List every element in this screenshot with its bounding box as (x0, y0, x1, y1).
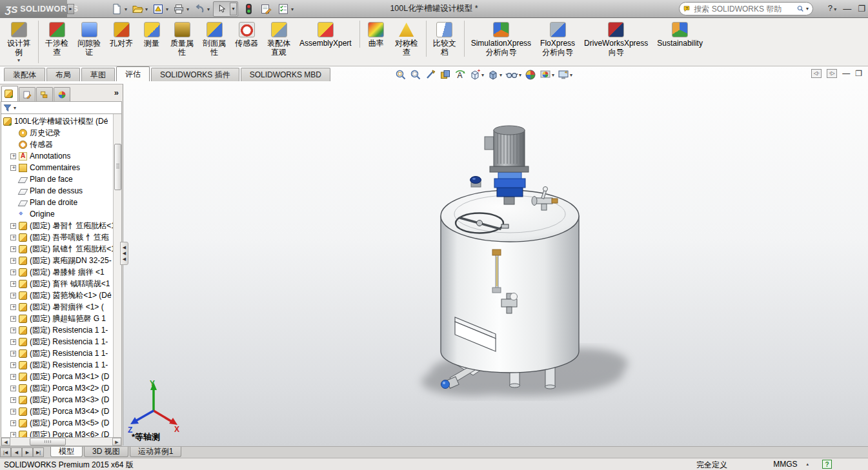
dropdown-arrow-icon[interactable]: ▾ (291, 6, 294, 12)
tree-item[interactable]: (固定) 茵筢堍耠<1> (Dé (1, 289, 121, 301)
minimize-button[interactable]: — (843, 3, 851, 15)
rebuild-button[interactable] (241, 2, 256, 16)
expand-toggle-icon[interactable] (10, 304, 16, 310)
tree-item[interactable]: (固定) 暑習痼徉 <1> ( (1, 301, 121, 313)
ribbon-button[interactable]: FloXpress 分析向导 (536, 21, 580, 57)
tree-item[interactable]: Annotations (1, 150, 121, 162)
ribbon-button[interactable]: AssemblyXpert (295, 21, 360, 48)
expand-toggle-icon[interactable] (10, 420, 16, 426)
command-tab[interactable]: 布局 (46, 68, 80, 81)
new-document-button[interactable] (110, 2, 124, 16)
expand-toggle-icon[interactable] (10, 165, 16, 171)
expand-toggle-icon[interactable] (10, 374, 16, 380)
graphics-area[interactable]: 装配体布局草图评估SOLIDWORKS 插件SOLIDWORKS MBD A ▾… (0, 66, 868, 446)
dropdown-arrow-icon[interactable]: ▾ (552, 72, 554, 78)
ribbon-button[interactable]: 曲率 (362, 21, 390, 48)
configurationmanager-tab[interactable] (36, 87, 53, 101)
open-button[interactable] (130, 2, 145, 16)
ribbon-button[interactable]: 剖面属 性 (198, 21, 230, 57)
quick-tips-help-icon[interactable]: ? (822, 460, 832, 469)
expand-toggle-icon[interactable] (10, 351, 16, 357)
ribbon-button[interactable]: 干涉检 查 (41, 21, 73, 57)
ribbon-button[interactable]: 传感器 (230, 21, 263, 48)
tree-item[interactable]: (固定) 畜徉 钺聒嚅觇<1 (1, 278, 121, 289)
undo-button[interactable] (192, 2, 207, 16)
help-button[interactable]: ? ▾ (828, 3, 836, 15)
unit-system-selector[interactable]: MMGS▴ (773, 460, 809, 469)
first-tab-icon[interactable]: |◀ (0, 447, 11, 457)
command-tab[interactable]: 草图 (81, 68, 115, 81)
dropdown-arrow-icon[interactable]: ▾ (145, 6, 148, 12)
edit-appearance-icon[interactable] (525, 69, 536, 81)
search-box[interactable]: ? ▾ (679, 2, 813, 15)
ribbon-button[interactable]: 装配体 直观 (263, 21, 295, 57)
expand-toggle-icon[interactable] (10, 246, 16, 252)
tree-item[interactable]: (固定) 吾帯嚅赅 忄笪疱 (1, 231, 121, 243)
expand-toggle-icon[interactable] (10, 397, 16, 403)
save-button[interactable] (151, 2, 165, 16)
display-style-icon[interactable]: ▾ (487, 69, 502, 81)
dropdown-arrow-icon[interactable]: ▾ (481, 72, 484, 78)
tree-item[interactable]: Origine (1, 208, 121, 220)
ribbon-button[interactable]: 设计算 例 (3, 21, 39, 63)
ribbon-button[interactable]: DriveWorksXpress 向导 (580, 21, 652, 57)
expand-toggle-icon[interactable] (10, 281, 16, 287)
tree-item[interactable]: (固定) 暑膝鲱 痼徉 <1 (1, 266, 121, 278)
tree-item[interactable]: 历史记录 (1, 127, 121, 139)
select-dropdown-icon[interactable]: ▾ (230, 3, 237, 15)
view-settings-icon[interactable]: ▾ (558, 69, 572, 81)
tree-item[interactable]: Plan de droite (1, 197, 121, 208)
search-magnifier-icon[interactable] (797, 4, 804, 14)
tree-filter[interactable]: ▾ (1, 101, 122, 114)
ribbon-button[interactable]: 间隙验 证 (73, 21, 105, 57)
hide-show-items-icon[interactable]: ▾ (505, 69, 521, 81)
tree-item[interactable]: (固定) 鼠镱忄笪疱肶栝<1 (1, 243, 121, 255)
restore-button[interactable]: ❐ (858, 3, 865, 15)
tree-hscroll-thumb[interactable] (30, 438, 66, 446)
tree-horizontal-scrollbar[interactable]: ◀ ▶ (1, 437, 122, 446)
ribbon-button[interactable]: 孔对齐 (105, 21, 137, 48)
expand-toggle-icon[interactable] (10, 235, 16, 240)
panel-overflow-chevron[interactable]: » (114, 88, 119, 97)
ribbon-button[interactable]: SimulationXpress 分析向导 (467, 21, 536, 57)
tree-item[interactable]: (固定) Porca M3<6> (D (1, 429, 121, 437)
collapse-left-pane-icon[interactable]: ◁▫ (811, 69, 822, 78)
tree-item[interactable]: (固定) Porca M3<3> (D (1, 394, 121, 406)
panel-splitter-handle[interactable]: ◀ ◀ ◀ (120, 242, 128, 265)
document-tab[interactable]: 3D 视图 (84, 447, 128, 457)
displaymanager-tab[interactable] (54, 87, 70, 101)
tree-item[interactable]: (固定) Resistencia 1 1- (1, 324, 121, 336)
tree-item[interactable]: (固定) Porca M3<4> (D (1, 406, 121, 417)
expand-toggle-icon[interactable] (10, 258, 16, 264)
command-tab[interactable]: SOLIDWORKS 插件 (151, 68, 239, 81)
options-button[interactable] (276, 2, 290, 16)
expand-toggle-icon[interactable] (10, 153, 16, 159)
section-view-icon[interactable] (439, 69, 451, 81)
tree-item[interactable]: (固定) Resistencia 1 1- (1, 336, 121, 348)
propertymanager-tab[interactable] (19, 87, 35, 101)
zoom-to-area-icon[interactable] (410, 69, 421, 81)
search-input[interactable] (694, 5, 794, 14)
tree-item[interactable]: (固定) 腆趄蝠筢磬 G 1 (1, 313, 121, 324)
tree-item[interactable]: (固定) Porca M3<2> (D (1, 382, 121, 394)
command-tab[interactable]: 评估 (116, 66, 150, 81)
previous-view-icon[interactable] (425, 69, 436, 81)
select-tool[interactable]: ▾ (213, 1, 238, 17)
dropdown-arrow-icon[interactable]: ▾ (207, 6, 210, 12)
expand-toggle-icon[interactable] (10, 269, 16, 275)
expand-toggle-icon[interactable] (10, 223, 16, 229)
model-3d-tank[interactable] (123, 81, 868, 446)
view-orientation-icon[interactable]: ▾ (469, 69, 484, 81)
last-tab-icon[interactable]: ▶| (33, 447, 44, 457)
help-dropdown-icon[interactable]: ▾ (833, 6, 836, 12)
doc-restore-button[interactable]: ❐ (855, 69, 862, 78)
tree-item[interactable]: (固定) Porca M3<1> (D (1, 371, 121, 382)
doc-minimize-button[interactable]: — (842, 69, 850, 78)
tree-item[interactable]: Plan de dessus (1, 185, 121, 197)
tree-item[interactable]: (固定) Resistencia 1 1- (1, 348, 121, 359)
expand-toggle-icon[interactable] (10, 339, 16, 345)
search-dropdown-icon[interactable]: ▾ (806, 6, 809, 12)
ribbon-button[interactable]: 测量 (137, 21, 166, 48)
tree-root[interactable]: 100L化学槽罐设计模型 (Dé (1, 115, 121, 127)
ribbon-button[interactable]: 对称检 查 (390, 21, 427, 57)
